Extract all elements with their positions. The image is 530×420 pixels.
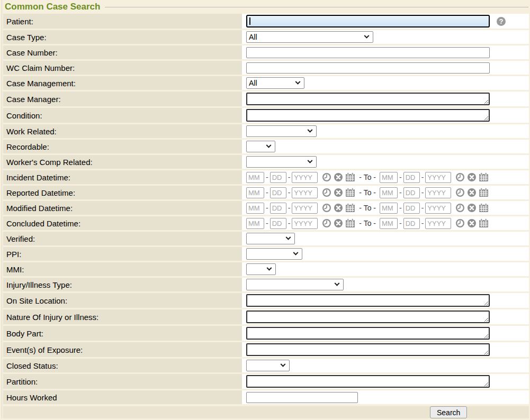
body-part-textarea[interactable] bbox=[246, 327, 490, 340]
event-s-of-exposure-textarea[interactable] bbox=[246, 343, 490, 356]
dash-separator: - bbox=[421, 219, 424, 227]
calendar-icon[interactable] bbox=[479, 203, 489, 213]
clear-icon[interactable] bbox=[334, 188, 343, 197]
search-button[interactable]: Search bbox=[430, 406, 467, 418]
incident-datetime-to-day-input[interactable] bbox=[403, 172, 420, 183]
verified-select[interactable] bbox=[246, 233, 295, 244]
clear-icon[interactable] bbox=[334, 172, 343, 182]
modified-datetime-to-day-input[interactable] bbox=[403, 203, 420, 214]
injury-illness-type-select[interactable] bbox=[246, 279, 344, 290]
modified-datetime-from-month-input[interactable] bbox=[246, 203, 264, 214]
field-cell-verified bbox=[242, 232, 529, 245]
form-row-case-number: Case Number: bbox=[3, 45, 529, 59]
field-cell-case-management: All bbox=[242, 76, 529, 90]
closed-status-select[interactable] bbox=[246, 360, 290, 371]
case-number-input[interactable] bbox=[246, 47, 490, 58]
reported-datetime-to-year-input[interactable] bbox=[425, 187, 451, 198]
case-management-select[interactable]: All bbox=[246, 77, 304, 89]
mmi-select[interactable] bbox=[246, 263, 276, 275]
incident-datetime-from-year-input[interactable] bbox=[292, 172, 318, 183]
reported-datetime-from-year-input[interactable] bbox=[292, 187, 318, 198]
reported-datetime-from-month-input[interactable] bbox=[246, 187, 264, 198]
header-divider bbox=[105, 7, 528, 7]
clock-icon[interactable] bbox=[455, 188, 465, 197]
form-row-incident-datetime: Incident Datetime:--- To --- bbox=[3, 170, 529, 184]
field-label-incident-datetime: Incident Datetime: bbox=[3, 170, 242, 184]
calendar-icon[interactable] bbox=[345, 218, 355, 228]
dash-separator: - bbox=[266, 219, 268, 227]
form-row-recordable: Recordable: bbox=[3, 140, 529, 153]
clock-icon[interactable] bbox=[322, 218, 331, 228]
field-cell-concluded-datetime: --- To --- bbox=[242, 216, 529, 230]
concluded-datetime-to-year-input[interactable] bbox=[425, 218, 451, 229]
concluded-datetime-from-year-input[interactable] bbox=[292, 218, 318, 229]
incident-datetime-to-year-input[interactable] bbox=[425, 172, 451, 183]
dash-separator: - bbox=[266, 204, 268, 212]
hours-worked-input[interactable] bbox=[246, 392, 358, 403]
reported-datetime-to-day-input[interactable] bbox=[403, 187, 420, 198]
partition-textarea[interactable] bbox=[246, 375, 490, 388]
form-row-ppi: PPI: bbox=[3, 247, 529, 261]
field-label-modified-datetime: Modified Datetime: bbox=[3, 201, 242, 215]
patient-input[interactable] bbox=[247, 16, 489, 26]
clear-icon[interactable] bbox=[467, 188, 477, 197]
wc-claim-number-input[interactable] bbox=[246, 62, 490, 74]
chevron-down-icon bbox=[281, 361, 286, 367]
clock-icon[interactable] bbox=[322, 188, 331, 197]
modified-datetime-to-year-input[interactable] bbox=[425, 203, 451, 214]
field-cell-partition bbox=[242, 374, 529, 389]
nature-of-injury-or-illness-textarea[interactable] bbox=[246, 311, 490, 323]
field-label-event-s-of-exposure: Event(s) of Exposure: bbox=[3, 342, 242, 357]
field-label-on-site-location: On Site Location: bbox=[3, 293, 242, 308]
clock-icon[interactable] bbox=[455, 172, 465, 182]
concluded-datetime-from-month-input[interactable] bbox=[246, 218, 264, 229]
concluded-datetime-from-day-input[interactable] bbox=[270, 218, 286, 229]
clock-icon[interactable] bbox=[455, 203, 465, 213]
case-manager-textarea[interactable] bbox=[246, 93, 490, 105]
calendar-icon[interactable] bbox=[479, 188, 489, 197]
on-site-location-textarea[interactable] bbox=[246, 294, 490, 307]
help-icon[interactable]: ? bbox=[497, 17, 506, 26]
chevron-down-icon bbox=[335, 280, 340, 286]
workers-comp-related-select[interactable] bbox=[246, 156, 317, 168]
field-label-nature-of-injury-or-illness: Nature Of Injury or Illness: bbox=[3, 309, 242, 324]
field-cell-workers-comp-related bbox=[242, 155, 529, 169]
dash-separator: - bbox=[288, 173, 291, 181]
clock-icon[interactable] bbox=[455, 218, 465, 228]
ppi-select[interactable] bbox=[246, 248, 302, 260]
clear-icon[interactable] bbox=[467, 218, 477, 228]
calendar-icon[interactable] bbox=[345, 203, 355, 213]
clear-icon[interactable] bbox=[467, 203, 477, 213]
clock-icon[interactable] bbox=[322, 203, 331, 213]
form-row-event-s-of-exposure: Event(s) of Exposure: bbox=[3, 342, 529, 357]
calendar-icon[interactable] bbox=[345, 188, 355, 197]
clear-icon[interactable] bbox=[334, 203, 343, 213]
concluded-datetime-to-month-input[interactable] bbox=[380, 218, 398, 229]
case-type-select[interactable]: All bbox=[246, 31, 373, 43]
form-row-workers-comp-related: Worker's Comp Related: bbox=[3, 155, 529, 169]
dash-separator: - bbox=[421, 173, 424, 181]
modified-datetime-to-month-input[interactable] bbox=[380, 203, 398, 214]
clear-icon[interactable] bbox=[334, 218, 343, 228]
modified-datetime-from-day-input[interactable] bbox=[270, 203, 286, 214]
concluded-datetime-to-day-input[interactable] bbox=[403, 218, 420, 229]
calendar-icon[interactable] bbox=[345, 172, 355, 182]
form-row-case-manager: Case Manager: bbox=[3, 92, 529, 106]
incident-datetime-from-day-input[interactable] bbox=[270, 172, 286, 183]
calendar-icon[interactable] bbox=[479, 218, 489, 228]
incident-datetime-from-month-input[interactable] bbox=[246, 172, 264, 183]
work-related-select[interactable] bbox=[246, 125, 317, 137]
field-cell-case-number bbox=[242, 45, 529, 59]
clear-icon[interactable] bbox=[467, 172, 477, 182]
calendar-icon[interactable] bbox=[479, 172, 489, 182]
field-label-partition: Partition: bbox=[3, 374, 242, 389]
reported-datetime-to-month-input[interactable] bbox=[380, 187, 398, 198]
incident-datetime-to-month-input[interactable] bbox=[380, 172, 398, 183]
condition-textarea[interactable] bbox=[246, 109, 490, 122]
recordable-select[interactable] bbox=[246, 141, 275, 152]
field-label-ppi: PPI: bbox=[3, 247, 242, 261]
clock-icon[interactable] bbox=[322, 172, 331, 182]
field-cell-ppi bbox=[242, 247, 529, 261]
reported-datetime-from-day-input[interactable] bbox=[270, 187, 286, 198]
modified-datetime-from-year-input[interactable] bbox=[292, 203, 318, 214]
